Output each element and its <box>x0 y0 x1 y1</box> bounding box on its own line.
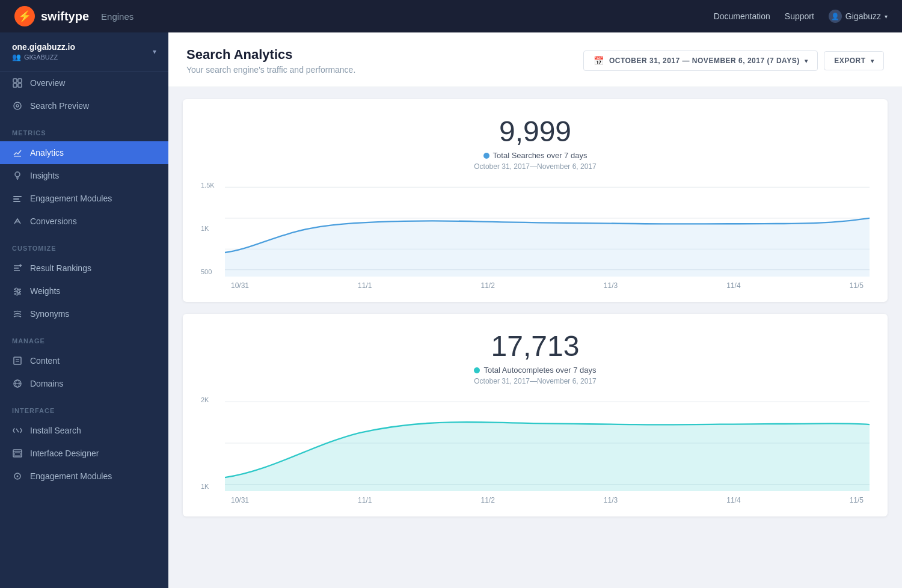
date-chevron-icon: ▾ <box>805 58 808 64</box>
overview-icon <box>12 78 23 88</box>
engagement2-icon <box>12 471 23 482</box>
export-button[interactable]: EXPORT ▾ <box>824 51 884 70</box>
sidebar-item-insights[interactable]: Insights <box>0 164 168 187</box>
topnav-right: Documentation Support 👤 Gigabuzz ▾ <box>714 10 888 23</box>
sidebar-label-weights: Weights <box>30 286 60 296</box>
searches-svg <box>225 180 870 277</box>
sidebar-item-content[interactable]: Content <box>0 349 168 372</box>
date-picker-button[interactable]: 📅 OCTOBER 31, 2017 — NOVEMBER 6, 2017 (7… <box>583 51 818 71</box>
page-title: Search Analytics <box>186 47 355 63</box>
sidebar-item-search-preview[interactable]: Search Preview <box>0 94 168 117</box>
sidebar-label-content: Content <box>30 356 60 366</box>
content-body: 9,999 Total Searches over 7 days October… <box>168 87 902 528</box>
sidebar-item-conversions[interactable]: Conversions <box>0 210 168 233</box>
analytics-icon <box>12 147 23 158</box>
sidebar-item-engagement-modules-2[interactable]: Engagement Modules <box>0 465 168 488</box>
logo-text: swiftype <box>41 10 89 23</box>
manage-section-label: MANAGE <box>0 325 168 349</box>
sidebar-item-engagement-modules[interactable]: Engagement Modules <box>0 187 168 210</box>
svg-rect-11 <box>13 201 20 202</box>
searches-chart-grid: 1.5K 1K 500 <box>201 180 870 290</box>
engine-dropdown-icon: ▾ <box>153 47 156 56</box>
autocompletes-chart-card: 17,713 Total Autocompletes over 7 days O… <box>183 314 888 516</box>
sidebar-item-synonyms[interactable]: Synonyms <box>0 302 168 325</box>
interface-section-label: INTERFACE <box>0 395 168 419</box>
searches-big-number: 9,999 <box>201 117 870 146</box>
sidebar-label-engagement: Engagement Modules <box>30 194 112 203</box>
top-navigation: ⚡ swiftype Engines Documentation Support… <box>0 0 902 32</box>
svg-rect-3 <box>18 84 22 87</box>
svg-point-22 <box>16 293 18 295</box>
metrics-section-label: METRICS <box>0 117 168 141</box>
svg-point-20 <box>15 288 17 290</box>
searches-legend: Total Searches over 7 days <box>201 151 870 160</box>
autocompletes-y-labels: 2K 1K <box>201 395 222 491</box>
svg-point-21 <box>17 290 20 293</box>
autocompletes-chart-area: 2K 1K <box>201 395 870 491</box>
user-icon: 👤 <box>829 10 842 23</box>
support-link[interactable]: Support <box>785 11 814 21</box>
svg-rect-9 <box>13 196 22 197</box>
main-layout: one.gigabuzz.io 👥 GIGABUZZ ▾ <box>0 32 902 588</box>
logo-area[interactable]: ⚡ swiftype <box>14 6 89 26</box>
search-preview-icon <box>12 100 23 111</box>
export-chevron-icon: ▾ <box>871 58 874 64</box>
sidebar-item-domains[interactable]: Domains <box>0 372 168 395</box>
sidebar-item-install-search[interactable]: Install Search <box>0 419 168 442</box>
svg-rect-0 <box>13 79 17 82</box>
sidebar-item-weights[interactable]: Weights <box>0 280 168 302</box>
documentation-link[interactable]: Documentation <box>714 11 770 21</box>
engines-link[interactable]: Engines <box>101 11 133 22</box>
autocompletes-chart-grid: 2K 1K 10 <box>201 395 870 504</box>
export-label: EXPORT <box>834 57 865 65</box>
sidebar-label-install-search: Install Search <box>30 426 81 435</box>
svg-point-5 <box>16 105 19 107</box>
autocompletes-legend-dot <box>474 367 480 373</box>
sidebar-item-overview[interactable]: Overview <box>0 72 168 94</box>
sidebar-item-interface-designer[interactable]: Interface Designer <box>0 442 168 465</box>
interface-designer-icon <box>12 448 23 459</box>
autocompletes-legend: Total Autocompletes over 7 days <box>201 366 870 375</box>
svg-point-34 <box>17 476 19 477</box>
sidebar-label-conversions: Conversions <box>30 216 77 226</box>
svg-rect-23 <box>14 357 21 364</box>
page-subtitle: Your search engine's traffic and perform… <box>186 65 355 75</box>
svg-point-4 <box>14 102 21 109</box>
sidebar-item-analytics[interactable]: Analytics <box>0 141 168 164</box>
autocompletes-x-labels: 10/31 11/1 11/2 11/3 11/4 11/5 <box>201 491 870 504</box>
sidebar-section-main: Overview Search Preview <box>0 72 168 117</box>
sidebar-label-engagement-modules-2: Engagement Modules <box>30 471 112 481</box>
sidebar-label-synonyms: Synonyms <box>30 309 69 319</box>
synonyms-icon <box>12 308 23 319</box>
searches-x-labels: 10/31 11/1 11/2 11/3 11/4 11/5 <box>201 277 870 290</box>
sidebar-label-result-rankings: Result Rankings <box>30 263 91 273</box>
searches-y-labels: 1.5K 1K 500 <box>201 180 222 277</box>
svg-rect-10 <box>13 198 19 200</box>
engine-selector[interactable]: one.gigabuzz.io 👥 GIGABUZZ ▾ <box>0 32 168 72</box>
autocompletes-svg <box>225 395 870 491</box>
svg-rect-1 <box>18 79 22 82</box>
searches-title-area: 9,999 Total Searches over 7 days October… <box>201 117 870 171</box>
sidebar: one.gigabuzz.io 👥 GIGABUZZ ▾ <box>0 32 168 588</box>
install-search-icon <box>12 425 23 436</box>
user-chevron-icon: ▾ <box>885 13 888 20</box>
main-content: Search Analytics Your search engine's tr… <box>168 32 902 588</box>
searches-chart-card: 9,999 Total Searches over 7 days October… <box>183 99 888 302</box>
user-area[interactable]: 👤 Gigabuzz ▾ <box>829 10 888 23</box>
searches-subtitle: October 31, 2017—November 6, 2017 <box>201 162 870 171</box>
customize-section-label: CUSTOMIZE <box>0 233 168 257</box>
sidebar-item-result-rankings[interactable]: Result Rankings <box>0 257 168 280</box>
svg-rect-32 <box>14 453 20 456</box>
engagement-icon <box>12 193 23 204</box>
user-label: Gigabuzz <box>845 11 881 21</box>
engine-sub: 👥 GIGABUZZ <box>12 53 75 61</box>
autocompletes-big-number: 17,713 <box>201 332 870 361</box>
svg-point-6 <box>15 172 20 177</box>
autocompletes-title-area: 17,713 Total Autocompletes over 7 days O… <box>201 332 870 385</box>
insights-icon <box>12 170 23 181</box>
sidebar-label-domains: Domains <box>30 379 63 388</box>
content-icon <box>12 355 23 366</box>
svg-rect-2 <box>13 84 17 87</box>
content-header: Search Analytics Your search engine's tr… <box>168 32 902 87</box>
searches-chart-area: 1.5K 1K 500 <box>201 180 870 277</box>
